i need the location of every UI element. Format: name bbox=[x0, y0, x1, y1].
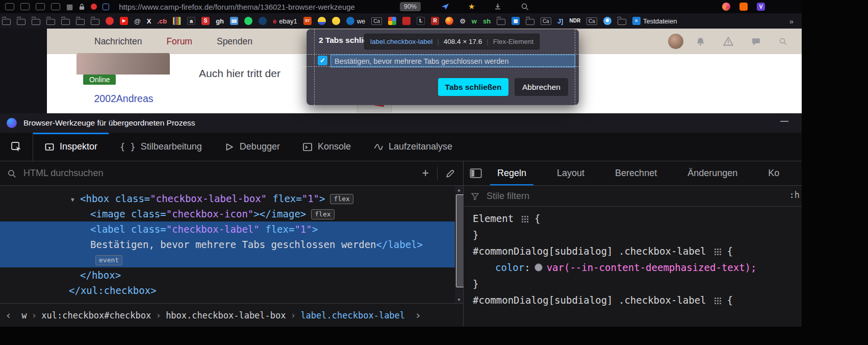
bookmark-folder-icon[interactable] bbox=[17, 19, 25, 25]
bookmark-item[interactable]: a bbox=[187, 17, 195, 25]
tab-konsole[interactable]: Konsole bbox=[291, 133, 362, 161]
bookmark-folder-icon[interactable] bbox=[76, 19, 85, 25]
sidebar-tab-layout[interactable]: Layout bbox=[542, 161, 600, 185]
bookmark-item[interactable]: J] bbox=[557, 18, 564, 24]
pseudo-class-toggle[interactable]: :h bbox=[789, 190, 800, 200]
bookmark-folder-icon[interactable] bbox=[618, 19, 626, 25]
bookmark-item[interactable] bbox=[2, 17, 11, 25]
bookmark-item[interactable] bbox=[230, 17, 238, 25]
scrollbar-up-icon[interactable]: ▲ bbox=[455, 186, 463, 194]
eyedropper-icon[interactable] bbox=[446, 169, 455, 178]
bookmark-item[interactable]: sh bbox=[483, 18, 491, 24]
css-declaration[interactable]: color:var(--in-content-deemphasized-text… bbox=[464, 259, 802, 276]
search-icon[interactable] bbox=[779, 37, 787, 45]
markup-node[interactable]: event bbox=[0, 252, 455, 267]
breadcrumb-item[interactable]: hbox.checkbox-label-box bbox=[161, 310, 290, 321]
bookmark-item[interactable]: .cb bbox=[157, 18, 167, 24]
username-link[interactable]: 2002Andreas bbox=[76, 93, 171, 105]
nav-item-spenden[interactable]: Spenden bbox=[217, 36, 252, 47]
bell-icon[interactable] bbox=[696, 37, 705, 46]
bookmark-item[interactable]: eebay1 bbox=[273, 17, 297, 25]
bookmark-item[interactable] bbox=[402, 17, 411, 25]
bookmark-item[interactable]: ▤ bbox=[512, 17, 520, 25]
rule-dots-icon[interactable] bbox=[521, 215, 528, 223]
nav-item-nachrichten[interactable]: Nachrichten bbox=[94, 36, 142, 47]
download-icon[interactable] bbox=[494, 3, 502, 11]
sidebar-tab-änderungen[interactable]: Änderungen bbox=[672, 161, 753, 185]
breadcrumb-item[interactable]: w bbox=[17, 310, 31, 321]
markup-node[interactable]: <image class="checkbox-icon"></image>fle… bbox=[0, 206, 455, 221]
bookmark-star-icon[interactable]: ★ bbox=[468, 2, 475, 11]
search-icon[interactable] bbox=[521, 3, 529, 11]
css-rule-selector[interactable]: #commonDialog[subdialog] .checkbox-label… bbox=[464, 292, 802, 308]
bookmark-item[interactable] bbox=[32, 17, 40, 25]
css-property-name[interactable]: color bbox=[495, 259, 524, 276]
bookmark-item[interactable]: 57 bbox=[303, 17, 312, 25]
bookmark-item[interactable] bbox=[91, 17, 99, 25]
bookmark-item[interactable] bbox=[603, 17, 611, 25]
expander-icon[interactable]: ▼ bbox=[71, 192, 80, 208]
bookmark-item[interactable] bbox=[46, 17, 55, 25]
rule-dots-icon[interactable] bbox=[713, 248, 721, 255]
css-rule-selector[interactable]: Element{ bbox=[464, 210, 802, 227]
bookmark-item[interactable]: X bbox=[147, 18, 151, 24]
bookmark-item[interactable]: Ca bbox=[371, 17, 382, 25]
record-icon[interactable] bbox=[91, 4, 97, 10]
tab-stilbearbeitung[interactable]: { }Stilbearbeitung bbox=[109, 133, 213, 161]
warning-icon[interactable] bbox=[723, 37, 733, 46]
bookmark-item[interactable] bbox=[106, 17, 114, 25]
bookmark-folder-icon[interactable] bbox=[497, 19, 505, 25]
checkbox-label[interactable]: Bestätigen, bevor mehrere Tabs geschloss… bbox=[331, 57, 509, 65]
bookmark-item[interactable]: Ca bbox=[541, 17, 551, 25]
css-property-value[interactable]: var(--in-content-deemphasized-text); bbox=[547, 259, 757, 276]
breadcrumb-item[interactable]: xul:checkbox#checkbox bbox=[37, 310, 156, 321]
sidebar-tab-ko[interactable]: Ko bbox=[753, 161, 795, 185]
pinwheel-icon[interactable] bbox=[722, 3, 730, 11]
bookmark-folder-icon[interactable] bbox=[32, 19, 40, 25]
markup-node[interactable]: </xul:checkbox> bbox=[0, 283, 455, 298]
markup-badge-event[interactable]: event bbox=[95, 255, 122, 265]
bookmark-item[interactable] bbox=[526, 17, 534, 25]
bookmark-item[interactable] bbox=[173, 17, 181, 25]
bookmark-item[interactable]: w bbox=[472, 18, 477, 24]
bookmark-folder-icon[interactable] bbox=[46, 19, 55, 25]
url-text[interactable]: https://www.camp-firefox.de/forum/thema/… bbox=[119, 3, 355, 11]
bookmark-item[interactable]: @ bbox=[134, 18, 141, 24]
add-node-button[interactable]: + bbox=[422, 166, 429, 180]
nav-item-forum[interactable]: Forum bbox=[166, 36, 192, 47]
markup-node[interactable]: </hbox> bbox=[0, 267, 455, 283]
bookmark-item[interactable]: S bbox=[201, 17, 210, 25]
chat-icon[interactable] bbox=[751, 37, 761, 46]
bookmark-folder-icon[interactable] bbox=[2, 19, 11, 25]
bookmark-item[interactable] bbox=[618, 17, 626, 25]
close-tabs-button[interactable]: Tabs schließen bbox=[438, 78, 508, 96]
bookmark-item[interactable] bbox=[318, 17, 326, 25]
bookmark-item[interactable]: gh bbox=[216, 18, 224, 24]
vivaldi-icon[interactable]: V bbox=[757, 3, 765, 11]
color-swatch[interactable] bbox=[534, 263, 543, 272]
markup-node[interactable]: <label class="checkbox-label" flex="1"> bbox=[0, 221, 455, 237]
markup-badge-flex[interactable]: flex bbox=[311, 209, 334, 219]
send-icon[interactable] bbox=[441, 3, 449, 11]
bookmarks-overflow-chevron[interactable]: » bbox=[789, 17, 794, 26]
bookmark-item[interactable] bbox=[244, 17, 252, 25]
zoom-badge[interactable]: 90% bbox=[400, 2, 421, 11]
bookmark-item[interactable] bbox=[332, 17, 340, 25]
bookmark-item[interactable]: t. bbox=[417, 17, 425, 25]
bookmark-folder-icon[interactable] bbox=[91, 19, 99, 25]
style-filter-input[interactable] bbox=[486, 190, 802, 202]
breadcrumb-scroll-right-icon[interactable]: › bbox=[410, 309, 426, 322]
bookmark-folder-icon[interactable] bbox=[526, 19, 534, 25]
bookmark-item[interactable]: ≡Testdateien bbox=[632, 17, 677, 25]
confirm-checkbox[interactable]: ✓ bbox=[318, 56, 327, 65]
container-icon[interactable] bbox=[103, 4, 109, 10]
css-rule-selector[interactable]: #commonDialog[subdialog] .checkbox-label… bbox=[464, 243, 802, 259]
tab-outline-icon[interactable] bbox=[5, 3, 14, 10]
tab-inspektor[interactable]: Inspektor bbox=[33, 133, 109, 161]
three-pane-toggle-icon[interactable] bbox=[470, 161, 482, 185]
bookmark-item[interactable]: we bbox=[346, 17, 366, 25]
sidebar-tab-berechnet[interactable]: Berechnet bbox=[600, 161, 672, 185]
bookmark-item[interactable]: R bbox=[431, 17, 439, 25]
tab-laufzeitanalyse[interactable]: Laufzeitanalyse bbox=[362, 133, 464, 161]
bookmark-item[interactable]: Ca bbox=[586, 17, 597, 25]
